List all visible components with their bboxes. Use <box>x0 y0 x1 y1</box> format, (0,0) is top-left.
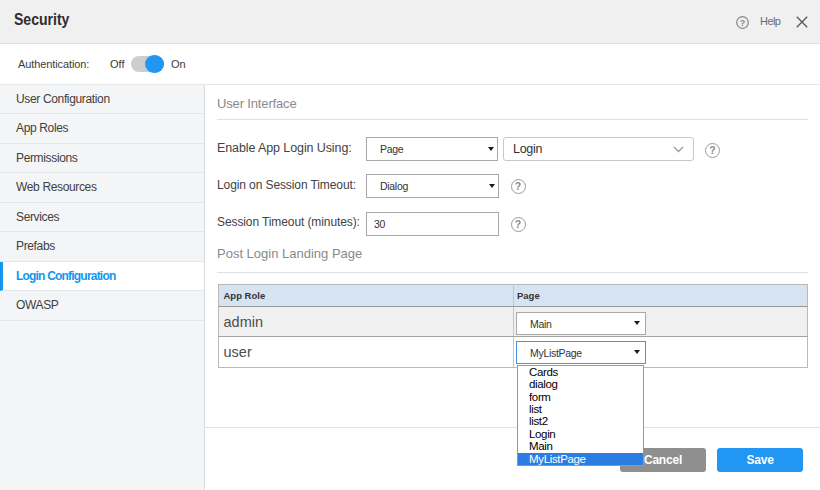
svg-text:?: ? <box>740 17 746 27</box>
